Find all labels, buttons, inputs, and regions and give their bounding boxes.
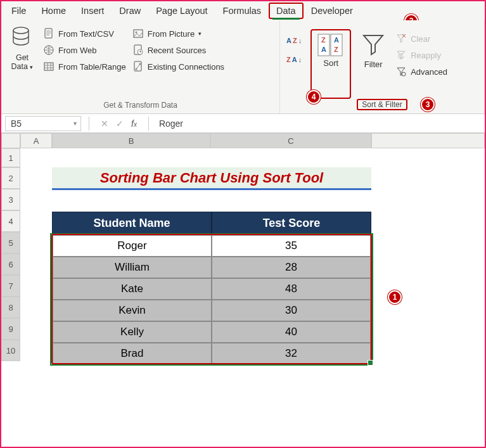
- get-data-button[interactable]: Get Data ▾: [8, 25, 37, 101]
- col-header-C[interactable]: C: [210, 133, 371, 148]
- database-icon: [11, 25, 33, 51]
- row-header-3[interactable]: 3: [1, 189, 20, 210]
- group-label-get-transform: Get & Transform Data: [8, 101, 273, 112]
- cell-score[interactable]: 40: [212, 321, 371, 343]
- from-text-csv-label: From Text/CSV: [58, 29, 114, 39]
- tab-data[interactable]: Data: [269, 3, 304, 19]
- globe-icon: [43, 44, 54, 56]
- tab-home[interactable]: Home: [34, 3, 74, 19]
- table-row: Roger 35: [53, 235, 371, 257]
- row-header-6[interactable]: 6: [1, 253, 20, 275]
- reapply-filter-button[interactable]: Reapply: [395, 49, 447, 61]
- ribbon-body: Get Data ▾ From Text/CSV From Web From T…: [1, 20, 485, 114]
- table-row: William 28: [53, 257, 371, 278]
- chevron-down-icon: ▾: [30, 64, 33, 70]
- ribbon-tabs: File Home Insert Draw Page Layout Formul…: [1, 1, 485, 20]
- connections-icon: [132, 61, 144, 72]
- sheet-title-cell[interactable]: Sorting Bar Chart Using Sort Tool: [52, 167, 371, 190]
- spreadsheet-grid: A B C 1 2 3 4 5 6 7 8 9 10 Sorting Bar C…: [1, 133, 485, 148]
- col-header-blank[interactable]: [371, 133, 485, 148]
- from-picture-button[interactable]: From Picture ▾: [132, 28, 224, 39]
- funnel-icon: [361, 32, 386, 57]
- group-sort-filter: AZ↓ ZA↓ Z A A Z Sort: [280, 20, 485, 113]
- group-label-sort-filter: Sort & Filter: [357, 99, 407, 110]
- tab-formulas[interactable]: Formulas: [215, 3, 269, 19]
- cell-name[interactable]: Kelly: [53, 321, 212, 343]
- filter-button[interactable]: Filter: [356, 25, 390, 99]
- row-header-2[interactable]: 2: [1, 167, 20, 189]
- from-table-range-label: From Table/Range: [58, 62, 126, 72]
- sort-az-icon: A: [286, 37, 291, 44]
- step-badge-4: 4: [307, 90, 321, 104]
- picture-icon: [132, 28, 144, 39]
- svg-point-5: [135, 32, 137, 34]
- step-badge-3: 3: [421, 98, 435, 112]
- clear-label: Clear: [411, 34, 430, 44]
- sort-asc-button[interactable]: AZ↓: [286, 37, 302, 44]
- chevron-down-icon: ▾: [198, 30, 201, 37]
- name-box[interactable]: B5: [5, 116, 81, 131]
- row-header-5[interactable]: 5: [1, 232, 20, 253]
- sort-dialog-icon: Z A A Z: [317, 33, 345, 57]
- from-table-range-button[interactable]: From Table/Range: [43, 61, 126, 72]
- cell-name[interactable]: William: [53, 257, 212, 278]
- advanced-filter-icon: [395, 66, 407, 77]
- existing-connections-label: Existing Connections: [148, 62, 224, 72]
- sort-button[interactable]: Z A A Z Sort: [310, 29, 351, 99]
- cancel-formula-icon[interactable]: ✕: [101, 118, 108, 129]
- row-header-10[interactable]: 10: [1, 340, 20, 361]
- tab-file[interactable]: File: [4, 3, 34, 19]
- row-header-9[interactable]: 9: [1, 318, 20, 340]
- from-web-button[interactable]: From Web: [43, 44, 126, 56]
- from-text-csv-button[interactable]: From Text/CSV: [43, 28, 126, 39]
- formula-value[interactable]: Roger: [153, 118, 485, 129]
- clear-filter-icon: [395, 33, 407, 44]
- table-header-name[interactable]: Student Name: [52, 212, 212, 234]
- table-header-score[interactable]: Test Score: [212, 212, 371, 234]
- recent-sources-label: Recent Sources: [148, 46, 207, 55]
- table-row: Kelly 40: [53, 321, 371, 343]
- svg-text:A: A: [334, 36, 339, 44]
- svg-point-17: [402, 72, 406, 76]
- svg-rect-3: [44, 63, 53, 70]
- row-header-7[interactable]: 7: [1, 275, 20, 297]
- col-header-A[interactable]: A: [20, 133, 52, 148]
- svg-rect-8: [134, 61, 141, 71]
- cell-name[interactable]: Roger: [53, 235, 212, 257]
- tab-page-layout[interactable]: Page Layout: [148, 3, 215, 19]
- cell-name[interactable]: Kevin: [53, 300, 212, 321]
- reapply-label: Reapply: [411, 51, 441, 60]
- accept-formula-icon[interactable]: ✓: [116, 118, 124, 129]
- step-badge-1: 1: [388, 290, 402, 304]
- sort-desc-button[interactable]: ZA↓: [286, 56, 302, 63]
- cell-score[interactable]: 32: [212, 343, 371, 364]
- row-header-4[interactable]: 4: [1, 210, 20, 232]
- tab-developer[interactable]: Developer: [304, 3, 361, 19]
- reapply-icon: [395, 49, 407, 61]
- advanced-filter-button[interactable]: Advanced: [395, 66, 447, 77]
- cell-score[interactable]: 30: [212, 300, 371, 321]
- cell-name[interactable]: Kate: [53, 278, 212, 300]
- row-header-8[interactable]: 8: [1, 297, 20, 318]
- filter-label: Filter: [356, 60, 390, 69]
- column-headers: A B C: [1, 133, 485, 148]
- fx-icon[interactable]: fx: [131, 118, 137, 129]
- formula-bar: B5 ✕ ✓ fx Roger: [1, 114, 485, 133]
- cell-score[interactable]: 28: [212, 257, 371, 278]
- svg-point-0: [13, 27, 29, 34]
- cell-score[interactable]: 35: [212, 235, 371, 257]
- cell-name[interactable]: Brad: [53, 343, 212, 364]
- existing-connections-button[interactable]: Existing Connections: [132, 61, 224, 72]
- col-header-B[interactable]: B: [52, 133, 210, 148]
- group-get-transform-data: Get Data ▾ From Text/CSV From Web From T…: [1, 20, 280, 113]
- row-header-1[interactable]: 1: [1, 148, 20, 167]
- recent-sources-button[interactable]: Recent Sources: [132, 44, 224, 56]
- svg-point-9: [135, 68, 137, 70]
- cell-score[interactable]: 48: [212, 278, 371, 300]
- clock-file-icon: [132, 44, 144, 56]
- tab-draw[interactable]: Draw: [112, 3, 148, 19]
- clear-filter-button[interactable]: Clear: [395, 33, 447, 44]
- select-all-corner[interactable]: [1, 133, 20, 148]
- tab-insert[interactable]: Insert: [74, 3, 112, 19]
- row-headers: 1 2 3 4 5 6 7 8 9 10: [1, 148, 20, 361]
